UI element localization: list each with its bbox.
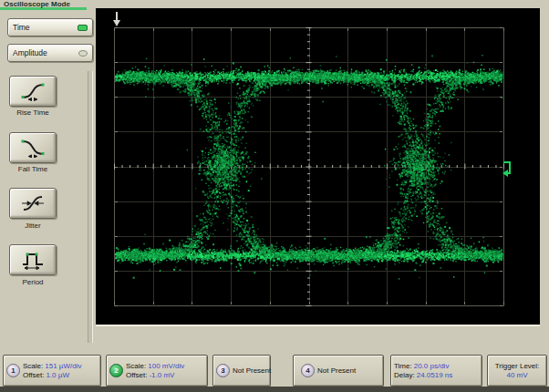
- channel-2-button[interactable]: 2 Scale:100 mV/div Offset:-1.0 mV: [106, 355, 208, 387]
- period-label: Period: [0, 278, 66, 286]
- trigger-label: Trigger Level:: [495, 362, 540, 371]
- ch4-status: Not Present: [317, 366, 356, 375]
- ch1-offset-value: 1.0 µW: [46, 371, 69, 380]
- sidebar: Oscilloscope Mode Time Amplitude Rise Ti…: [0, 0, 95, 354]
- jitter-label: Jitter: [0, 222, 66, 230]
- bottom-edge: [0, 387, 549, 392]
- fall-time-label: Fall Time: [0, 165, 66, 173]
- time-label: Time:: [394, 362, 412, 371]
- jitter-button[interactable]: [9, 188, 57, 219]
- amplitude-led-off-icon: [78, 50, 88, 57]
- delay-label: Delay:: [394, 371, 415, 380]
- ch2-offset-label: Offset:: [126, 371, 147, 380]
- ch2-scale-label: Scale:: [126, 362, 146, 371]
- channel-4-button[interactable]: 4 Not Present: [293, 355, 384, 387]
- ch1-scale-value: 151 µW/div: [45, 362, 81, 371]
- time-value: 20.0 ps/div: [414, 362, 450, 371]
- fall-time-button[interactable]: [9, 132, 57, 163]
- oscilloscope-app: Oscilloscope Mode Time Amplitude Rise Ti…: [0, 0, 549, 392]
- ch1-offset-label: Offset:: [23, 371, 44, 380]
- period-icon: [20, 250, 46, 270]
- delay-value: 24.0519 ns: [417, 371, 453, 380]
- rise-time-icon: [20, 81, 46, 101]
- channel-1-button[interactable]: 1 Scale:151 µW/div Offset:1.0 µW: [3, 355, 101, 387]
- sidebar-groove: [88, 71, 93, 343]
- timebase-button[interactable]: Time:20.0 ps/div Delay:24.0519 ns: [390, 355, 482, 387]
- channel-4-badge: 4: [301, 364, 315, 377]
- jitter-icon: [20, 193, 46, 213]
- trigger-value: 40 mV: [506, 371, 527, 380]
- scope-canvas: [96, 8, 540, 325]
- ch1-scale-label: Scale:: [23, 362, 43, 371]
- channel-3-badge: 3: [216, 364, 230, 377]
- trigger-level-button[interactable]: Trigger Level: 40 mV: [487, 355, 547, 387]
- rise-time-button[interactable]: [9, 76, 57, 107]
- scope-screen: [96, 8, 540, 326]
- page-title: Oscilloscope Mode: [4, 0, 91, 8]
- fall-time-icon: [20, 138, 46, 158]
- mode-led-on-icon: [78, 25, 88, 31]
- ch2-scale-value: 100 mV/div: [148, 362, 184, 371]
- rise-time-label: Rise Time: [0, 108, 66, 117]
- amplitude-dropdown[interactable]: Amplitude: [7, 44, 93, 62]
- mode-dropdown[interactable]: Time: [7, 18, 93, 36]
- mode-dropdown-value: Time: [13, 23, 30, 32]
- ch2-offset-value: -1.0 mV: [149, 371, 174, 380]
- amplitude-dropdown-value: Amplitude: [13, 48, 47, 57]
- period-button[interactable]: [9, 244, 57, 275]
- channel-2-badge: 2: [109, 364, 123, 377]
- channel-1-badge: 1: [6, 364, 20, 377]
- channel-3-button[interactable]: 3 Not Present: [212, 355, 271, 387]
- ch3-status: Not Present: [233, 366, 271, 375]
